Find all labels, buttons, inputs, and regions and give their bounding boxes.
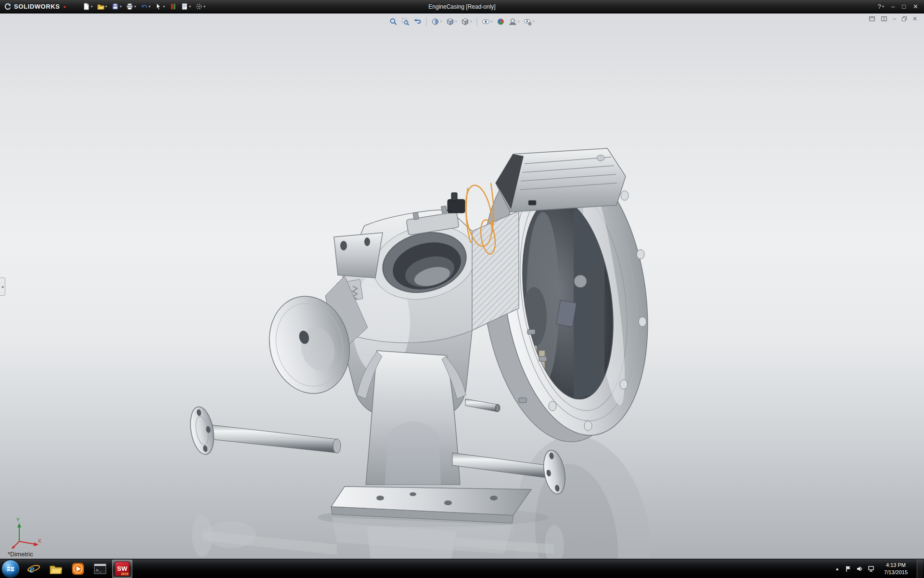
new-caret[interactable]: ▾ bbox=[91, 5, 93, 9]
apply-scene-caret[interactable]: ▾ bbox=[518, 20, 520, 24]
new-window-button[interactable] bbox=[869, 15, 875, 22]
rebuild-icon bbox=[169, 3, 177, 10]
save-caret[interactable]: ▾ bbox=[120, 5, 122, 9]
taskbar-item-internet-explorer[interactable]: e bbox=[24, 560, 44, 578]
display-style-caret[interactable]: ▾ bbox=[470, 20, 472, 24]
taskbar-clock[interactable]: 4:13 PM 7/13/2015 bbox=[880, 562, 912, 576]
black-fitting[interactable] bbox=[448, 193, 465, 213]
app-name: SOLIDWORKS bbox=[14, 3, 60, 10]
triad-x-label: X bbox=[38, 539, 41, 544]
document-restore-button[interactable] bbox=[901, 16, 907, 22]
zoom-to-area-button[interactable] bbox=[400, 17, 411, 26]
stand-column[interactable] bbox=[357, 351, 466, 485]
solidworks-logo-icon bbox=[4, 3, 12, 11]
action-center-flag-icon[interactable] bbox=[845, 565, 852, 572]
edit-appearance-button[interactable] bbox=[496, 17, 506, 26]
show-hidden-icons-button[interactable]: ▲ bbox=[834, 566, 840, 571]
view-orientation-label: *Dimetric bbox=[8, 551, 33, 558]
select-button[interactable]: ▾ bbox=[153, 1, 167, 12]
network-icon[interactable] bbox=[868, 565, 875, 572]
appearance-ball-icon bbox=[497, 18, 505, 26]
command-prompt-icon: >_ bbox=[93, 562, 107, 576]
file-properties-button[interactable]: ▾ bbox=[179, 1, 193, 12]
rebuild-button[interactable] bbox=[167, 1, 179, 12]
taskbar-item-media-player[interactable] bbox=[68, 560, 88, 578]
section-view-icon bbox=[431, 18, 439, 26]
taskbar-items: e >_ SW bbox=[24, 560, 132, 578]
taskbar-item-command-prompt[interactable]: >_ bbox=[90, 560, 110, 578]
display-style-icon bbox=[461, 18, 469, 26]
internet-explorer-icon: e bbox=[27, 562, 40, 576]
print-icon bbox=[126, 3, 133, 10]
toolbar-divider bbox=[426, 17, 426, 26]
view-settings-icon bbox=[524, 18, 532, 26]
hide-show-caret[interactable]: ▾ bbox=[491, 20, 493, 24]
apply-scene-button[interactable]: ▾ bbox=[508, 17, 521, 26]
options-button[interactable]: ▾ bbox=[193, 1, 207, 12]
volume-icon[interactable] bbox=[857, 565, 863, 572]
save-icon bbox=[112, 3, 119, 10]
feature-panel-collapse-handle[interactable]: ◂ bbox=[0, 277, 5, 296]
view-settings-button[interactable]: ▾ bbox=[523, 17, 536, 26]
open-folder-icon bbox=[97, 3, 104, 10]
zoom-to-fit-button[interactable] bbox=[388, 17, 398, 26]
apply-scene-icon bbox=[509, 18, 517, 26]
display-style-button[interactable]: ▾ bbox=[460, 17, 473, 26]
media-player-icon bbox=[71, 562, 85, 576]
file-properties-icon bbox=[181, 3, 188, 10]
open-button[interactable]: ▾ bbox=[95, 1, 109, 12]
view-settings-caret[interactable]: ▾ bbox=[533, 20, 535, 24]
document-minimize-button[interactable]: – bbox=[893, 15, 896, 22]
minimize-button[interactable]: – bbox=[891, 3, 895, 10]
help-button[interactable]: ? ▾ bbox=[878, 3, 884, 10]
open-caret[interactable]: ▾ bbox=[105, 5, 107, 9]
file-properties-caret[interactable]: ▾ bbox=[189, 5, 191, 9]
svg-text:e: e bbox=[29, 563, 35, 575]
split-window-button[interactable] bbox=[881, 15, 887, 22]
solidworks-2015-icon: SW 2015 bbox=[115, 562, 129, 576]
section-view-button[interactable]: ▾ bbox=[430, 17, 443, 26]
graphics-viewport[interactable]: ▾ ▾ ▾ ▾ bbox=[0, 13, 924, 559]
folder-icon bbox=[49, 562, 63, 576]
new-file-icon bbox=[83, 3, 90, 10]
previous-view-button[interactable] bbox=[412, 17, 423, 26]
zoom-to-fit-icon bbox=[389, 18, 397, 26]
solidworks-logo: SOLIDWORKS bbox=[0, 3, 64, 11]
select-caret[interactable]: ▾ bbox=[163, 5, 165, 9]
dowel-pin[interactable] bbox=[465, 399, 500, 412]
new-button[interactable]: ▾ bbox=[81, 1, 95, 12]
toolbar-divider bbox=[477, 17, 477, 26]
undo-button[interactable]: ▾ bbox=[139, 1, 153, 12]
left-pin[interactable] bbox=[187, 405, 341, 456]
show-desktop-button[interactable] bbox=[917, 559, 923, 578]
clock-time: 4:13 PM bbox=[884, 562, 908, 568]
flywheel-disc[interactable] bbox=[259, 276, 368, 402]
hide-show-items-button[interactable]: ▾ bbox=[481, 17, 494, 26]
view-orientation-caret[interactable]: ▾ bbox=[455, 20, 457, 24]
options-gear-icon bbox=[195, 3, 203, 10]
menu-expand-arrow[interactable]: ▸ bbox=[64, 4, 68, 9]
engine-casing-model-canvas[interactable] bbox=[0, 13, 924, 559]
save-button[interactable]: ▾ bbox=[110, 1, 124, 12]
taskbar-item-solidworks-2015[interactable]: SW 2015 bbox=[112, 560, 132, 578]
view-orientation-button[interactable]: ▾ bbox=[445, 17, 458, 26]
maximize-button[interactable]: □ bbox=[902, 3, 906, 10]
headsup-view-toolbar: ▾ ▾ ▾ ▾ bbox=[384, 16, 539, 27]
zoom-to-area-icon bbox=[401, 18, 409, 26]
titlebar-controls: ? ▾ – □ ✕ bbox=[878, 3, 924, 10]
hide-show-eye-icon bbox=[482, 18, 490, 26]
section-view-caret[interactable]: ▾ bbox=[440, 20, 442, 24]
clock-date: 7/13/2015 bbox=[884, 569, 908, 576]
undo-caret[interactable]: ▾ bbox=[149, 5, 151, 9]
document-window-controls: – ✕ bbox=[869, 15, 917, 22]
taskbar-item-windows-explorer[interactable] bbox=[46, 560, 66, 578]
document-close-button[interactable]: ✕ bbox=[912, 15, 917, 22]
top-cover[interactable] bbox=[496, 148, 626, 212]
start-button[interactable] bbox=[1, 560, 20, 578]
print-button[interactable]: ▾ bbox=[124, 1, 138, 12]
undo-icon bbox=[141, 3, 148, 10]
close-button[interactable]: ✕ bbox=[913, 3, 918, 10]
standard-toolbar: ▾ ▾ ▾ ▾ bbox=[68, 1, 207, 12]
options-caret[interactable]: ▾ bbox=[204, 5, 205, 9]
print-caret[interactable]: ▾ bbox=[134, 5, 136, 9]
